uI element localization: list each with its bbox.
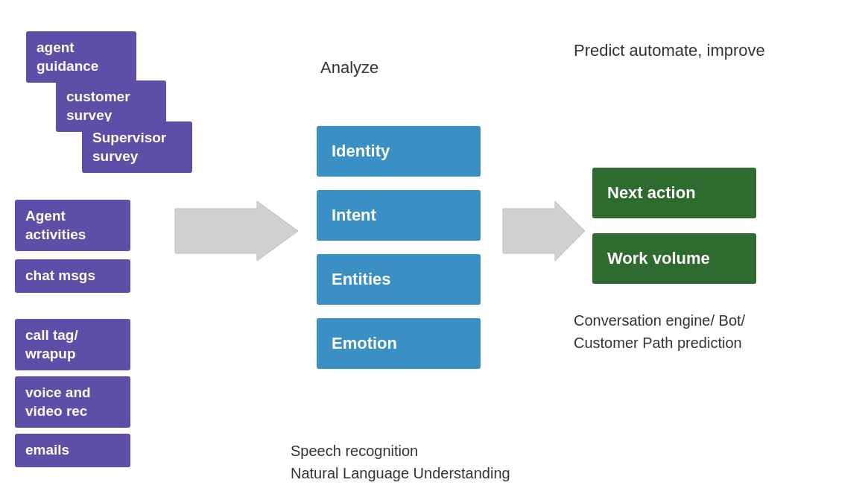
predict-header: Predict automate, improve [574, 41, 765, 60]
blue-box-intent: Intent [317, 190, 481, 241]
arrow-middle-to-right [499, 197, 589, 265]
blue-box-identity: Identity [317, 126, 481, 177]
purple-box-supervisor-survey: Supervisor survey [82, 121, 192, 173]
predict-extra-text: Conversation engine/ Bot/Customer Path p… [574, 309, 745, 354]
svg-marker-0 [175, 201, 298, 261]
blue-box-emotion: Emotion [317, 318, 481, 369]
diagram-container: Analyze Predict automate, improve agent … [0, 0, 868, 503]
purple-box-agent-guidance: agent guidance [26, 31, 136, 83]
svg-marker-1 [503, 201, 585, 261]
green-box-work-volume: Work volume [592, 233, 756, 284]
analyze-header: Analyze [320, 58, 378, 77]
blue-box-entities: Entities [317, 254, 481, 305]
purple-box-call-tag: call tag/ wrapup [15, 319, 130, 370]
green-box-next-action: Next action [592, 168, 756, 218]
footer-text: Speech recognition Natural Language Unde… [291, 440, 510, 484]
purple-box-emails: emails [15, 434, 130, 467]
purple-box-chat-msgs: chat msgs [15, 259, 130, 293]
purple-box-agent-activities: Agent activities [15, 200, 130, 251]
purple-box-voice-video: voice and video rec [15, 376, 130, 428]
arrow-left-to-middle [168, 197, 305, 265]
